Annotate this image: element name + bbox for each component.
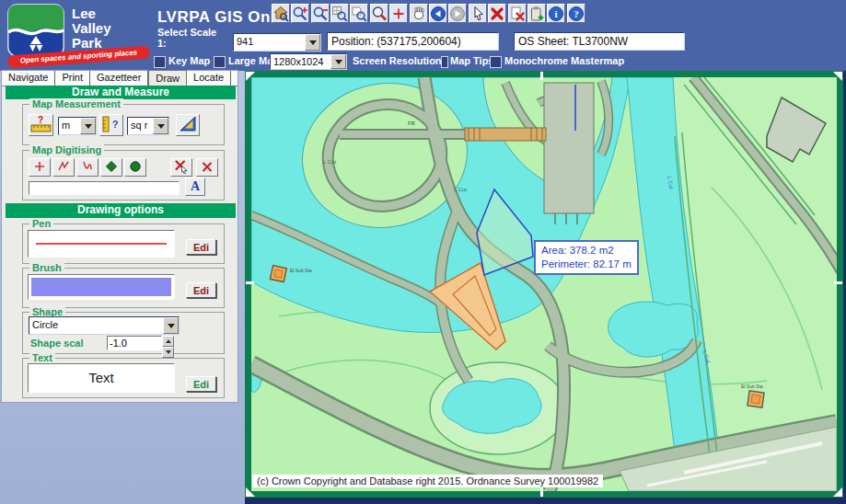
shape-select[interactable]: Circle — [29, 316, 180, 335]
delete-feature-icon — [174, 159, 189, 174]
spinner-down-icon[interactable] — [162, 347, 174, 358]
pond-southwest — [430, 362, 566, 454]
clipboard-add-button[interactable] — [527, 4, 546, 23]
delete-all-icon — [200, 159, 214, 174]
digitise-freehand-button[interactable] — [76, 158, 99, 177]
svg-text:?: ? — [38, 115, 43, 125]
pan-southwest-icon[interactable] — [246, 487, 255, 497]
filled-circle-icon — [128, 159, 143, 174]
large-map-checkbox[interactable] — [214, 56, 226, 68]
pan-east-icon[interactable] — [834, 281, 842, 284]
distance-unit-select[interactable]: m — [58, 117, 97, 135]
pen-group: Pen Edi — [22, 223, 225, 264]
scale-select[interactable]: 941 — [233, 33, 321, 52]
measure-area-button[interactable]: ? — [99, 114, 123, 136]
drawing-options-header: Drawing options — [6, 203, 236, 218]
chevron-down-icon[interactable] — [153, 118, 168, 134]
tab-gazetteer[interactable]: Gazetteer — [90, 71, 148, 86]
pan-southeast-icon[interactable] — [833, 487, 842, 497]
resolution-select[interactable]: 1280x1024 — [270, 53, 347, 70]
magnify-button[interactable] — [370, 4, 388, 23]
shape-select-value: Circle — [29, 317, 163, 334]
tab-print[interactable]: Print — [55, 71, 90, 86]
home-button[interactable] — [272, 4, 290, 23]
position-field: Position: (537175,200604) — [327, 32, 499, 51]
shape-scale-input[interactable] — [107, 336, 162, 350]
pan-south-icon[interactable] — [540, 488, 543, 497]
pan-button[interactable] — [410, 4, 428, 23]
forward-arrow-icon — [449, 6, 466, 22]
tooltip-area-line: Area: 378.2 m2 — [541, 244, 632, 258]
chevron-down-icon[interactable] — [330, 54, 346, 69]
tooltip-perimeter-line: Perimeter: 82.17 m — [541, 258, 632, 271]
digitise-point-button[interactable] — [29, 158, 51, 177]
measurement-tooltip: Area: 378.2 m2 Perimeter: 82.17 m — [534, 240, 639, 275]
set-square-icon — [178, 115, 198, 133]
zoom-out-button[interactable] — [311, 4, 330, 23]
tab-navigate[interactable]: Navigate — [2, 71, 55, 86]
digitise-polygon-button[interactable] — [100, 158, 122, 177]
map-tips-label: Map Tips — [450, 55, 493, 66]
info-button[interactable]: i — [547, 4, 565, 23]
digitise-line-button[interactable] — [52, 158, 75, 177]
digitise-circle-button[interactable] — [124, 158, 146, 177]
pan-west-icon[interactable] — [246, 281, 254, 284]
os-sheet-field: OS Sheet: TL3700NW — [514, 32, 685, 51]
pan-north-icon[interactable] — [540, 72, 543, 80]
map-canvas[interactable]: L Cut L Cut FB L Cut L Cut El Sub Sta El… — [251, 77, 837, 491]
back-button[interactable] — [429, 4, 447, 23]
back-arrow-icon — [430, 6, 446, 22]
chevron-down-icon[interactable] — [163, 317, 179, 334]
set-square-button[interactable] — [176, 114, 200, 136]
svg-text:El Sub Sta: El Sub Sta — [290, 268, 312, 273]
svg-text:?: ? — [574, 8, 579, 19]
tab-draw[interactable]: Draw — [148, 70, 187, 86]
pen-edit-button[interactable]: Edi — [186, 239, 216, 255]
header: Lee Valley Park Open spaces and sporting… — [0, 0, 846, 71]
tab-locate[interactable]: Locate — [187, 71, 231, 86]
map-digitising-group: Map Digitising — [22, 150, 225, 200]
draw-panel: Navigate Print Gazetteer Draw Locate Dra… — [2, 71, 238, 402]
pan-northwest-icon[interactable] — [246, 72, 255, 81]
freehand-curve-icon — [80, 159, 95, 174]
zoom-window-button[interactable] — [330, 4, 349, 23]
zoom-window-icon — [331, 6, 348, 22]
text-legend: Text — [29, 352, 55, 363]
monochrome-checkbox[interactable] — [490, 56, 502, 68]
map-measurement-group: Map Measurement ? m ? sq r — [22, 104, 225, 145]
delete-feature-button[interactable] — [170, 158, 192, 177]
spinner-up-icon[interactable] — [162, 336, 174, 347]
draw-and-measure-header: Draw and Measure — [6, 86, 236, 99]
map-tips-checkbox[interactable] — [441, 56, 448, 68]
pen-sample — [28, 230, 175, 258]
svg-text:i: i — [554, 8, 557, 19]
area-unit-select[interactable]: sq r — [127, 117, 169, 135]
zoom-in-button[interactable] — [291, 4, 309, 23]
logo-wordmark: Lee Valley Park — [72, 6, 111, 51]
zoom-previous-button[interactable] — [350, 4, 368, 23]
chevron-down-icon[interactable] — [80, 118, 96, 134]
chevron-down-icon[interactable] — [305, 34, 320, 51]
pen-legend: Pen — [29, 218, 53, 229]
key-map-label: Key Map — [168, 55, 210, 66]
font-button[interactable]: A — [185, 178, 205, 196]
delete-all-features-button[interactable] — [196, 158, 218, 177]
forward-button[interactable] — [448, 4, 467, 23]
crosshair-button[interactable] — [389, 4, 408, 23]
brush-edit-button[interactable]: Edi — [186, 282, 216, 298]
map-viewport[interactable]: L Cut L Cut FB L Cut L Cut El Sub Sta El… — [245, 71, 843, 498]
pen-line-sample — [36, 243, 167, 245]
pointer-icon — [469, 6, 486, 22]
delete-page-button[interactable] — [508, 4, 527, 23]
svg-text:L Cut: L Cut — [454, 187, 467, 192]
delete-button[interactable] — [488, 4, 506, 23]
text-edit-button[interactable]: Edi — [186, 376, 216, 392]
weir-platform — [544, 83, 594, 224]
digitise-text-input[interactable] — [29, 181, 180, 195]
measure-distance-button[interactable]: ? — [29, 114, 53, 136]
key-map-checkbox[interactable] — [154, 56, 166, 68]
help-button[interactable]: ? — [567, 4, 585, 23]
diamond-icon — [104, 159, 119, 174]
select-pointer-button[interactable] — [469, 4, 487, 23]
pan-northeast-icon[interactable] — [833, 72, 842, 81]
